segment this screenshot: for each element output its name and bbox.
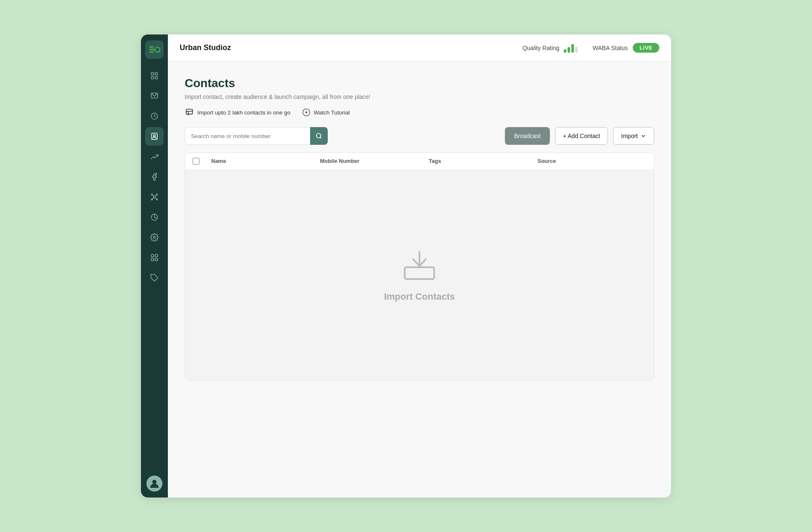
select-all-checkbox-wrapper[interactable] bbox=[193, 158, 211, 165]
chevron-down-icon bbox=[640, 133, 646, 139]
svg-point-16 bbox=[151, 199, 153, 200]
promo-import: Import upto 2 lakh contacts in one go bbox=[185, 108, 290, 117]
svg-line-4 bbox=[159, 51, 160, 52]
sidebar-nav bbox=[141, 66, 168, 476]
import-icon bbox=[185, 108, 194, 117]
svg-rect-7 bbox=[151, 77, 154, 79]
svg-point-15 bbox=[156, 194, 157, 195]
svg-rect-37 bbox=[405, 267, 434, 279]
quality-bar-4 bbox=[575, 47, 578, 53]
quality-bar-2 bbox=[568, 47, 570, 53]
svg-line-18 bbox=[153, 195, 154, 197]
waba-status-label: WABA Status bbox=[593, 45, 628, 51]
search-button[interactable] bbox=[310, 127, 328, 145]
promo-import-text: Import upto 2 lakh contacts in one go bbox=[197, 109, 290, 116]
table-empty-state: Import Contacts bbox=[185, 170, 654, 380]
table-header: Name Mobile Number Tags Source bbox=[185, 153, 654, 170]
sidebar-item-analytics[interactable] bbox=[145, 208, 164, 226]
svg-rect-6 bbox=[155, 73, 158, 75]
page-subtitle: Import contact, create audience & launch… bbox=[185, 93, 654, 100]
promo-row: Import upto 2 lakh contacts in one go Wa… bbox=[185, 108, 654, 117]
svg-rect-24 bbox=[151, 255, 154, 257]
svg-rect-26 bbox=[151, 258, 154, 261]
svg-rect-1 bbox=[149, 49, 155, 50]
quality-rating-label: Quality Rating bbox=[523, 45, 560, 51]
sidebar-item-dashboard[interactable] bbox=[145, 66, 164, 85]
quality-bar-1 bbox=[564, 49, 566, 53]
column-header-name: Name bbox=[211, 158, 320, 165]
import-contacts-icon bbox=[401, 248, 438, 282]
app-name: Urban Studioz bbox=[180, 43, 517, 52]
import-button-label: Import bbox=[621, 133, 638, 139]
live-badge: LIVE bbox=[633, 43, 659, 53]
svg-rect-2 bbox=[149, 51, 154, 53]
select-all-checkbox[interactable] bbox=[193, 158, 199, 165]
svg-point-12 bbox=[154, 135, 156, 137]
sidebar-item-extensions[interactable] bbox=[145, 248, 164, 267]
user-avatar[interactable] bbox=[146, 476, 162, 492]
quality-bars-chart bbox=[564, 43, 578, 53]
svg-point-17 bbox=[156, 199, 157, 200]
add-contact-button[interactable]: + Add Contact bbox=[555, 127, 608, 145]
header: Urban Studioz Quality Rating WABA Status… bbox=[168, 35, 671, 61]
svg-point-23 bbox=[154, 237, 156, 239]
sidebar-item-messages[interactable] bbox=[145, 87, 164, 105]
search-wrapper bbox=[185, 127, 328, 145]
svg-marker-34 bbox=[306, 111, 308, 114]
sidebar-item-settings[interactable] bbox=[145, 228, 164, 247]
svg-rect-0 bbox=[149, 46, 154, 48]
main-content: Urban Studioz Quality Rating WABA Status… bbox=[168, 35, 671, 497]
svg-point-29 bbox=[152, 480, 157, 484]
column-header-mobile: Mobile Number bbox=[320, 158, 429, 165]
svg-rect-27 bbox=[155, 258, 158, 261]
contacts-table: Name Mobile Number Tags Source Import Co… bbox=[185, 152, 654, 381]
svg-line-19 bbox=[155, 195, 157, 197]
sidebar-item-history[interactable] bbox=[145, 107, 164, 125]
svg-line-20 bbox=[153, 198, 154, 199]
empty-state-label: Import Contacts bbox=[384, 291, 455, 302]
svg-line-36 bbox=[320, 137, 321, 138]
search-input[interactable] bbox=[185, 127, 328, 145]
watch-tutorial-label: Watch Tutorial bbox=[313, 109, 350, 116]
import-button[interactable]: Import bbox=[613, 127, 654, 145]
waba-status-section: WABA Status LIVE bbox=[593, 43, 659, 53]
column-header-source: Source bbox=[538, 158, 647, 165]
column-header-tags: Tags bbox=[429, 158, 538, 165]
svg-rect-8 bbox=[155, 77, 158, 79]
broadcast-button[interactable]: Broadcast bbox=[505, 127, 550, 145]
sidebar-item-tags[interactable] bbox=[145, 269, 164, 287]
svg-point-35 bbox=[316, 133, 321, 138]
page-content: Contacts Import contact, create audience… bbox=[168, 61, 671, 497]
svg-rect-25 bbox=[155, 255, 158, 257]
sidebar-logo[interactable] bbox=[145, 40, 164, 59]
sidebar-item-integrations[interactable] bbox=[145, 188, 164, 206]
svg-point-14 bbox=[151, 194, 153, 195]
svg-rect-5 bbox=[151, 73, 154, 75]
quality-rating-section: Quality Rating bbox=[523, 43, 578, 53]
page-title: Contacts bbox=[185, 77, 654, 90]
sidebar-item-contacts[interactable] bbox=[145, 127, 164, 146]
sidebar bbox=[141, 35, 168, 497]
svg-line-21 bbox=[155, 198, 157, 199]
quality-bar-3 bbox=[571, 44, 574, 53]
watch-tutorial-link[interactable]: Watch Tutorial bbox=[302, 108, 350, 117]
toolbar-row: Broadcast + Add Contact Import bbox=[185, 127, 654, 145]
sidebar-item-facebook[interactable] bbox=[145, 168, 164, 186]
sidebar-item-campaigns[interactable] bbox=[145, 147, 164, 166]
